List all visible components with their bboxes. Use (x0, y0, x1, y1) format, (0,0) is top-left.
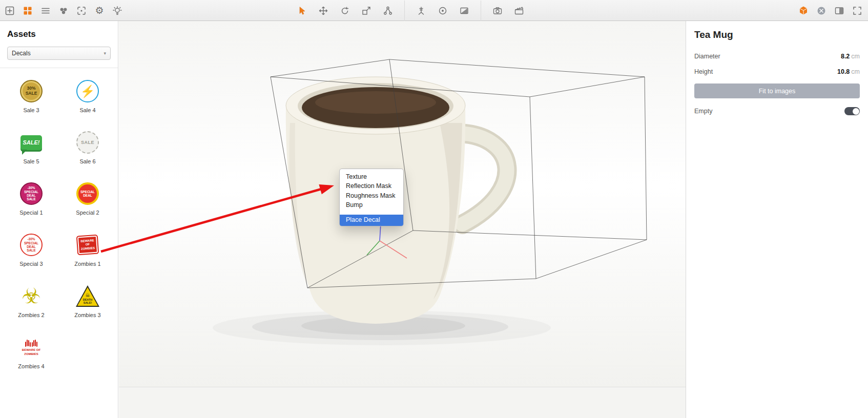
measure-icon[interactable] (416, 5, 427, 16)
light-icon[interactable] (112, 5, 123, 16)
decal-item-zombies-3[interactable]: ☠ DEATH SALE! Zombies 3 (74, 284, 100, 318)
decal-special-3-icon: -30% SPECIAL DEAL SALE (19, 233, 43, 257)
assets-panel-icon[interactable] (22, 5, 33, 16)
decal-sale-6-icon: SALE (76, 131, 99, 154)
move-icon[interactable] (318, 5, 329, 16)
select-cursor-icon[interactable] (296, 5, 307, 16)
viewport-bottom-bar (119, 387, 686, 418)
empty-row: Empty (694, 103, 860, 119)
sphere-icon[interactable] (816, 5, 827, 16)
hierarchy-icon[interactable] (382, 5, 394, 16)
decal-label: Zombies 1 (74, 261, 100, 267)
inspector-panel: Tea Mug Diameter 8.2cm Height 10.8cm Fit… (686, 21, 868, 418)
fullscreen-icon[interactable] (852, 5, 863, 16)
decal-item-sale-6[interactable]: SALE Sale 6 (76, 131, 99, 164)
assets-title: Assets (0, 21, 118, 45)
render-cube-icon[interactable] (798, 5, 809, 16)
decal-label: Special 3 (19, 261, 43, 267)
context-menu-item-bump[interactable]: Bump (340, 201, 403, 211)
height-label: Height (694, 68, 713, 75)
clapperboard-icon[interactable] (513, 5, 525, 16)
context-menu-item-texture[interactable]: Texture (340, 172, 403, 182)
object-title: Tea Mug (694, 29, 860, 40)
diameter-label: Diameter (694, 53, 720, 60)
diameter-value[interactable]: 8.2cm (841, 53, 860, 60)
fit-to-images-button[interactable]: Fit to images (694, 83, 860, 98)
decal-special-1-icon: -30% SPECIAL DEAL SALE (19, 182, 43, 205)
decal-label: Sale 6 (79, 158, 95, 164)
decal-sale-5-icon: SALE! (19, 131, 43, 154)
settings-gear-icon[interactable]: ⚙ (94, 5, 105, 16)
decal-label: Zombies 2 (18, 312, 44, 318)
toolbar-right-group (798, 0, 863, 21)
decals-grid: 30% SALE Sale 3 ⚡ Sale 4 SALE! Sale 5 SA… (0, 68, 118, 369)
add-window-icon[interactable] (4, 5, 15, 16)
rotate-icon[interactable] (339, 5, 350, 16)
skull-icon: ☠ (86, 293, 90, 298)
context-menu: Texture Reflection Mask Roughness Mask B… (339, 169, 404, 226)
decal-item-zombies-4[interactable]: BEWARE OF ZOMBIES Zombies 4 (18, 336, 44, 369)
decal-item-special-2[interactable]: SPECIAL DEAL Special 2 (76, 182, 99, 216)
decals-category-value: Decals (12, 50, 31, 57)
toolbar-separator (481, 1, 481, 21)
decal-zombies-4-icon: BEWARE OF ZOMBIES (19, 336, 43, 359)
decal-label: Special 1 (19, 210, 43, 216)
decal-label: Sale 5 (23, 158, 39, 164)
height-value[interactable]: 10.8cm (837, 68, 860, 75)
height-row: Height 10.8cm (694, 64, 860, 79)
top-toolbar: ⚙ (0, 0, 868, 21)
assets-sidebar: Assets Decals ▾ 30% SALE Sale 3 ⚡ Sale 4… (0, 21, 118, 418)
decal-sale-3-icon: 30% SALE (19, 79, 43, 103)
decal-special-2-icon: SPECIAL DEAL (76, 182, 99, 205)
decal-zombies-1-icon: BEWARE OF ZOMBIES (76, 233, 99, 257)
toolbar-left-group: ⚙ (4, 0, 123, 21)
split-view-icon[interactable] (834, 5, 845, 16)
decal-item-zombies-1[interactable]: BEWARE OF ZOMBIES Zombies 1 (74, 233, 100, 267)
lightning-icon: ⚡ (80, 85, 95, 98)
loupe-icon[interactable] (437, 5, 448, 16)
decal-label: Special 2 (76, 210, 99, 216)
toggle-knob (853, 108, 859, 115)
empty-toggle[interactable] (844, 107, 860, 115)
empty-label: Empty (694, 108, 712, 115)
scale-icon[interactable] (361, 5, 372, 16)
decal-sale-4-icon: ⚡ (76, 79, 99, 103)
menu-icon[interactable] (40, 5, 51, 16)
decal-label: Zombies 3 (74, 312, 100, 318)
decal-label: Zombies 4 (18, 363, 44, 369)
decal-label: Sale 4 (79, 107, 95, 113)
decal-item-special-3[interactable]: -30% SPECIAL DEAL SALE Special 3 (19, 233, 43, 267)
toolbar-separator (404, 1, 405, 21)
decal-item-zombies-2[interactable]: ☣ Zombies 2 (18, 284, 44, 318)
decal-zombies-3-icon: ☠ DEATH SALE! (76, 284, 99, 308)
zombie-hands-icon (24, 339, 39, 347)
toolbar-center-group (296, 0, 525, 21)
mask-icon[interactable] (459, 5, 470, 16)
camera-icon[interactable] (492, 5, 503, 16)
decal-item-sale-5[interactable]: SALE! Sale 5 (19, 131, 43, 164)
decal-item-sale-3[interactable]: 30% SALE Sale 3 (19, 79, 43, 113)
biohazard-icon: ☣ (22, 285, 41, 307)
diameter-row: Diameter 8.2cm (694, 49, 860, 64)
decal-item-sale-4[interactable]: ⚡ Sale 4 (76, 79, 99, 113)
decals-category-dropdown[interactable]: Decals ▾ (7, 47, 111, 60)
context-menu-item-roughness-mask[interactable]: Roughness Mask (340, 191, 403, 201)
context-menu-item-reflection-mask[interactable]: Reflection Mask (340, 182, 403, 192)
decal-item-special-1[interactable]: -30% SPECIAL DEAL SALE Special 1 (19, 182, 43, 216)
materials-icon[interactable] (58, 5, 69, 16)
frame-target-icon[interactable] (76, 5, 87, 16)
context-menu-item-place-decal[interactable]: Place Decal (340, 215, 403, 226)
chevron-down-icon: ▾ (104, 51, 106, 56)
decal-label: Sale 3 (23, 107, 39, 113)
decal-zombies-2-icon: ☣ (19, 284, 43, 308)
